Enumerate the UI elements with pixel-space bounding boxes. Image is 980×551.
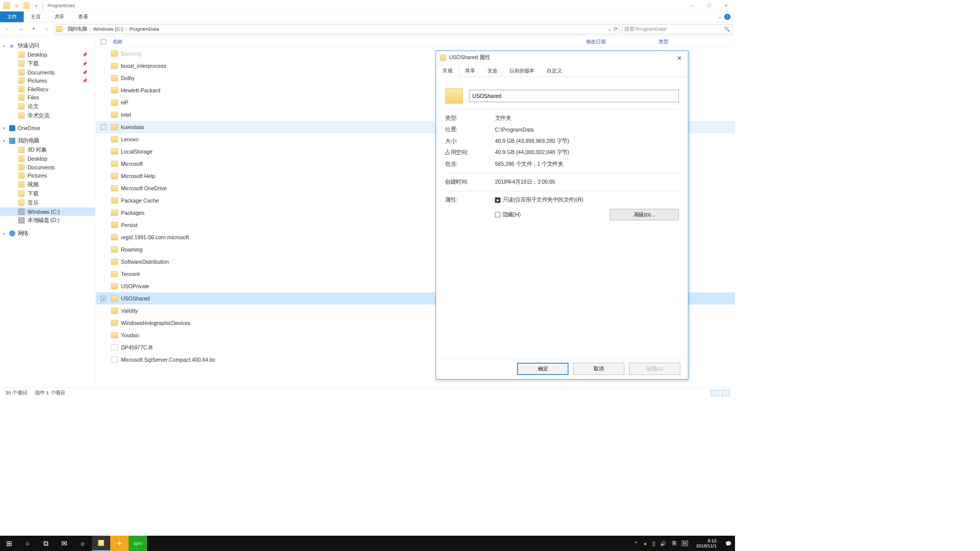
taskview-button[interactable]: ⧉ (37, 536, 55, 551)
edge-icon[interactable]: e (74, 536, 92, 551)
select-all-checkbox[interactable] (101, 39, 106, 44)
sidebar-item[interactable]: Files (0, 93, 95, 102)
hidden-checkbox[interactable] (495, 212, 501, 218)
row-checkbox[interactable] (101, 124, 106, 130)
ribbon-file[interactable]: 文件 (0, 11, 24, 22)
maximize-button[interactable]: ☐ (701, 0, 718, 11)
iqiyi-icon[interactable]: iQIYI (129, 536, 147, 551)
sidebar-item[interactable]: 本地磁盘 (D:) (0, 216, 95, 225)
refresh-icon[interactable]: ⟳ (614, 26, 618, 32)
label-type: 类型: (445, 115, 495, 122)
dialog-tab-customize[interactable]: 自定义 (541, 65, 568, 77)
sidebar-item[interactable]: 3D 对象 (0, 145, 95, 155)
folder-icon (111, 259, 118, 265)
minimize-button[interactable]: — (683, 0, 701, 11)
folder-icon (111, 332, 118, 338)
help-icon[interactable]: ? (724, 14, 730, 20)
sidebar-item[interactable]: 音乐 (0, 198, 95, 208)
ok-button[interactable]: 确定 (517, 363, 569, 375)
ribbon-tab-view[interactable]: 查看 (71, 11, 95, 22)
ribbon-tab-home[interactable]: 主页 (24, 11, 48, 22)
forward-button[interactable]: → (15, 23, 26, 34)
column-type[interactable]: 类型 (658, 38, 735, 45)
file-name: Lenovo (121, 136, 138, 142)
dialog-tab-sharing[interactable]: 共享 (459, 65, 481, 77)
qat-dropdown-icon[interactable]: ▾ (32, 2, 41, 10)
folder-icon (22, 2, 31, 10)
explorer-icon[interactable] (92, 536, 110, 551)
qat-check-icon[interactable]: ☑ (12, 2, 21, 10)
sidebar-item[interactable]: Desktop📌 (0, 51, 95, 59)
value-contains: 565,286 个文件，1 个文件夹 (495, 161, 679, 168)
file-name: LocalStorage (121, 148, 153, 155)
cortana-button[interactable]: ○ (18, 536, 37, 551)
recent-dropdown-icon[interactable]: ▾ (29, 23, 39, 34)
dialog-close-button[interactable]: ✕ (675, 54, 684, 61)
sidebar-item[interactable]: 下载📌 (0, 59, 95, 68)
sidebar-item[interactable]: Pictures📌 (0, 77, 95, 85)
breadcrumb-segment[interactable]: Windows (C:) (92, 26, 125, 32)
value-type: 文件夹 (495, 115, 679, 122)
ribbon-tab-share[interactable]: 共享 (47, 11, 71, 22)
search-input[interactable]: 搜索"ProgramData" 🔍 (622, 24, 733, 34)
sidebar-item[interactable]: Documents📌 (0, 68, 95, 77)
tray-volume-icon[interactable]: 🔊 (660, 540, 666, 546)
sidebar-quick-access[interactable]: 快速访问 (0, 41, 95, 51)
sidebar-item[interactable]: Documents (0, 163, 95, 172)
sidebar-item[interactable]: Windows (C:) (0, 208, 95, 216)
column-date[interactable]: 修改日期 (586, 38, 659, 45)
app-icon[interactable]: ✦ (110, 536, 129, 551)
search-icon[interactable]: 🔍 (724, 26, 730, 32)
title-bar: ☑ ▾ | ProgramData — ☐ ✕ (0, 0, 735, 12)
folder-icon (111, 283, 118, 289)
column-name[interactable]: 名称 (111, 38, 586, 45)
tray-ime[interactable]: 英 (672, 540, 677, 547)
breadcrumb-segment[interactable]: 我的电脑 (66, 26, 89, 33)
tray-ime-m-icon[interactable]: M (682, 541, 688, 546)
tray-chevron-icon[interactable]: ⌃ (634, 540, 638, 546)
ribbon: 文件 主页 共享 查看 ⌄ ? (0, 12, 735, 22)
mail-icon[interactable]: ✉ (55, 536, 74, 551)
apply-button[interactable]: 应用(A) (629, 363, 680, 375)
folder-icon (111, 308, 118, 314)
view-icons-button[interactable] (721, 389, 730, 396)
readonly-checkbox[interactable]: ■ (495, 197, 501, 203)
folder-icon (111, 246, 118, 253)
breadcrumb-segment[interactable]: ProgramData (128, 26, 161, 32)
sidebar-item[interactable]: Pictures (0, 171, 95, 180)
back-button[interactable]: ← (3, 23, 13, 34)
dialog-tab-general[interactable]: 常规 (436, 65, 459, 77)
sidebar-this-pc[interactable]: 我的电脑 (0, 136, 95, 145)
folder-icon (111, 295, 118, 302)
advanced-button[interactable]: 高级(D)... (610, 209, 679, 221)
close-button[interactable]: ✕ (718, 0, 735, 11)
dialog-tab-previous[interactable]: 以前的版本 (503, 65, 541, 77)
row-checkbox[interactable]: ✓ (101, 296, 106, 302)
tray-app-icon[interactable]: ● (644, 540, 647, 546)
up-button[interactable]: ↑ (41, 23, 52, 34)
sidebar-item[interactable]: Desktop (0, 155, 95, 163)
tray-battery-icon[interactable]: ▯ (652, 540, 655, 546)
view-details-button[interactable] (710, 389, 719, 396)
sidebar-item[interactable]: FileRecv (0, 85, 95, 94)
taskbar: ⊞ ○ ⧉ ✉ e ✦ iQIYI ⌃ ● ▯ 🔊 英 M 8:12 2018/… (0, 536, 735, 551)
sidebar-onedrive[interactable]: OneDrive (0, 124, 95, 133)
start-button[interactable]: ⊞ (0, 536, 18, 551)
sidebar-item[interactable]: 论文 (0, 102, 95, 111)
ribbon-expand-icon[interactable]: ⌄ (718, 14, 722, 20)
breadcrumb-dropdown-icon[interactable]: ⌄ (607, 26, 611, 32)
sidebar-item[interactable]: 视频 (0, 180, 95, 189)
sidebar-item[interactable]: 学术交流 (0, 111, 95, 120)
tray-clock[interactable]: 8:12 2018/11/1 (693, 538, 720, 549)
tray-notifications-icon[interactable]: 💬 (725, 540, 731, 546)
breadcrumb[interactable]: › 我的电脑 › Windows (C:) › ProgramData ⌄ ⟳ (55, 24, 620, 34)
drive-icon (18, 209, 24, 215)
cancel-button[interactable]: 取消 (573, 363, 625, 375)
sidebar-item[interactable]: 下载 (0, 189, 95, 198)
status-count: 30 个项目 (6, 389, 28, 396)
sidebar-network[interactable]: 网络 (0, 229, 95, 238)
star-icon (9, 43, 15, 49)
value-location: C:\ProgramData (495, 127, 679, 133)
folder-name-input[interactable] (469, 90, 679, 102)
dialog-tab-security[interactable]: 安全 (481, 65, 504, 77)
